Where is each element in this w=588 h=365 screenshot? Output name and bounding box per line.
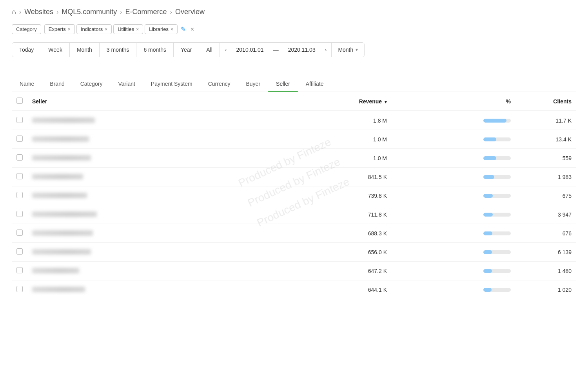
date-next-button[interactable]: › [320,43,332,57]
row-checkbox-cell[interactable] [12,186,27,205]
tab-variant[interactable]: Variant [111,76,143,92]
seller-name-blurred [32,174,83,179]
row-checkbox[interactable] [16,211,23,217]
pct-bar-fill [483,213,493,217]
header-select-all[interactable] [12,92,27,111]
table-row: 644.1 K 1 020 [12,280,576,299]
period-today[interactable]: Today [12,43,41,57]
tag-indicators-close[interactable]: × [105,27,107,32]
seller-name-cell [27,262,310,280]
row-checkbox-cell[interactable] [12,149,27,168]
seller-name-blurred [32,193,87,198]
grouping-label: Month [338,47,353,53]
tab-brand[interactable]: Brand [42,76,72,92]
seller-name-blurred [32,211,97,217]
revenue-cell: 739.8 K [310,186,392,205]
pct-bar-bg [483,213,511,217]
table-row: 688.3 K 676 [12,224,576,243]
tag-experts[interactable]: Experts × [44,24,75,34]
breadcrumb-ecommerce[interactable]: E-Commerce [125,8,167,16]
data-table: Seller Revenue ▾ % Clients 1.8 M [12,92,576,299]
tab-currency[interactable]: Currency [200,76,238,92]
clear-all-tags-icon[interactable]: × [189,24,196,34]
header-seller: Seller [27,92,310,111]
revenue-cell: 644.1 K [310,280,392,299]
date-prev-button[interactable]: ‹ [220,43,232,57]
row-checkbox[interactable] [16,229,23,236]
row-checkbox-cell[interactable] [12,130,27,149]
pct-cell [392,186,515,205]
row-checkbox[interactable] [16,136,23,142]
seller-name-blurred [32,249,91,255]
row-checkbox[interactable] [16,286,23,292]
header-clients: Clients [515,92,576,111]
breadcrumb-websites[interactable]: Websites [24,8,53,16]
header-revenue[interactable]: Revenue ▾ [310,92,392,111]
pct-cell [392,149,515,168]
tab-payment-system[interactable]: Payment System [143,76,200,92]
row-checkbox-cell[interactable] [12,224,27,243]
table-body: 1.8 M 11.7 K 1.0 M 13.4 K [12,111,576,299]
row-checkbox[interactable] [16,154,23,161]
tag-utilities-close[interactable]: × [136,27,139,32]
tab-buyer[interactable]: Buyer [238,76,268,92]
row-checkbox-cell[interactable] [12,111,27,130]
tab-seller[interactable]: Seller [268,76,298,92]
row-checkbox[interactable] [16,192,23,198]
pct-bar-fill [483,250,492,254]
date-separator: — [269,43,283,57]
table-row: 647.2 K 1 480 [12,262,576,280]
period-6months[interactable]: 6 months [136,43,174,57]
clients-cell: 11.7 K [515,111,576,130]
revenue-cell: 1.8 M [310,111,392,130]
pct-cell [392,280,515,299]
pct-bar-bg [483,288,511,292]
period-year[interactable]: Year [174,43,199,57]
pct-cell [392,243,515,262]
pct-bar-fill [483,137,497,141]
tab-affiliate[interactable]: Affiliate [298,76,332,92]
tab-name[interactable]: Name [12,76,42,92]
tab-category[interactable]: Category [73,76,111,92]
row-checkbox[interactable] [16,173,23,179]
home-icon[interactable]: ⌂ [12,8,16,16]
row-checkbox-cell[interactable] [12,243,27,262]
row-checkbox-cell[interactable] [12,168,27,186]
row-checkbox-cell[interactable] [12,280,27,299]
table-row: 711.8 K 3 947 [12,205,576,224]
category-label: Category [12,24,41,34]
breadcrumb-overview: Overview [175,8,205,16]
breadcrumb-mql5[interactable]: MQL5.community [62,8,117,16]
row-checkbox[interactable] [16,267,23,273]
table-row: 1.0 M 559 [12,149,576,168]
select-all-checkbox[interactable] [16,98,23,104]
pct-bar-fill [483,269,492,273]
row-checkbox[interactable] [16,117,23,123]
row-checkbox-cell[interactable] [12,205,27,224]
seller-name-cell [27,224,310,243]
row-checkbox-cell[interactable] [12,262,27,280]
pct-cell [392,130,515,149]
tag-experts-close[interactable]: × [68,27,71,32]
revenue-cell: 656.0 K [310,243,392,262]
row-checkbox[interactable] [16,248,23,255]
period-3months[interactable]: 3 months [100,43,137,57]
sep-1: › [19,9,21,16]
period-week[interactable]: Week [41,43,70,57]
pct-bar-container [396,231,511,235]
pct-cell [392,111,515,130]
dropdown-arrow-icon: ▾ [356,47,358,52]
tag-libraries-close[interactable]: × [171,27,173,32]
date-to: 2020.11.03 [283,43,320,57]
edit-tags-icon[interactable]: ✎ [179,24,187,34]
period-month[interactable]: Month [70,43,100,57]
pct-bar-fill [483,231,492,235]
tag-libraries-label: Libraries [149,26,169,32]
grouping-dropdown[interactable]: Month ▾ [332,43,364,57]
clients-cell: 6 139 [515,243,576,262]
tag-utilities[interactable]: Utilities × [113,24,143,34]
tag-indicators[interactable]: Indicators × [76,24,112,34]
tag-libraries[interactable]: Libraries × [145,24,178,34]
pct-bar-container [396,269,511,273]
period-all[interactable]: All [199,43,220,57]
